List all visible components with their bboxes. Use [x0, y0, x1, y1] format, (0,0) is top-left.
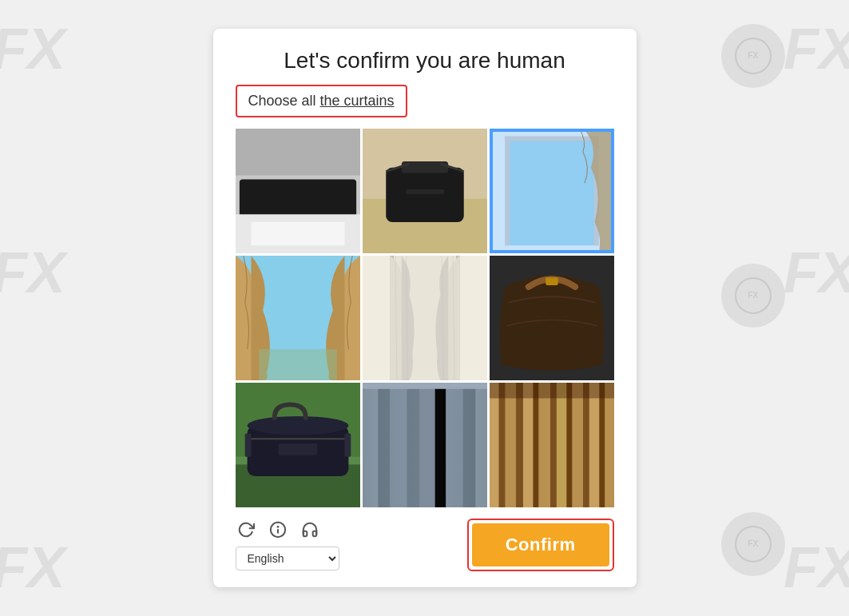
image-grid [236, 129, 614, 507]
audio-button[interactable] [300, 519, 320, 540]
svg-rect-26 [259, 349, 337, 380]
svg-rect-19 [490, 129, 614, 253]
svg-rect-74 [490, 383, 614, 399]
svg-rect-62 [516, 383, 523, 507]
instruction-text: Choose all the curtains [248, 93, 395, 109]
confirm-button[interactable]: Confirm [472, 523, 609, 566]
captcha-footer: English Spanish French German Portuguese… [236, 519, 614, 571]
svg-rect-44 [344, 433, 351, 456]
svg-rect-18 [490, 129, 614, 253]
svg-rect-43 [244, 433, 251, 456]
logo-watermark-tr: FX [721, 24, 785, 88]
svg-rect-66 [550, 383, 557, 507]
grid-cell-3[interactable] [490, 129, 614, 253]
svg-text:FX: FX [748, 291, 759, 300]
svg-rect-61 [505, 383, 516, 507]
svg-rect-36 [546, 277, 558, 285]
watermark-bot-left: FX [0, 535, 65, 600]
svg-rect-71 [589, 383, 599, 507]
svg-rect-57 [363, 383, 487, 389]
captcha-container: Let's confirm you are human Choose all t… [213, 29, 637, 587]
svg-rect-72 [599, 383, 605, 507]
grid-cell-1[interactable] [236, 129, 360, 253]
watermark-top-left: FX [0, 16, 65, 81]
svg-text:FX: FX [748, 539, 759, 548]
footer-icons [236, 519, 339, 540]
grid-cell-8[interactable] [363, 383, 487, 507]
svg-rect-17 [405, 189, 444, 194]
logo-watermark-mr: FX [721, 264, 785, 328]
instruction-box: Choose all the curtains [236, 85, 407, 117]
watermark-mid-left: FX [0, 240, 65, 305]
svg-rect-10 [251, 222, 344, 245]
watermark-top-right: FX [784, 16, 849, 81]
svg-rect-69 [572, 383, 583, 507]
grid-cell-5[interactable] [363, 256, 487, 380]
info-button[interactable] [268, 519, 288, 540]
svg-rect-60 [498, 383, 505, 507]
confirm-button-wrapper: Confirm [467, 519, 614, 571]
language-select[interactable]: English Spanish French German Portuguese [236, 546, 339, 570]
refresh-button[interactable] [236, 519, 256, 540]
grid-cell-7[interactable] [236, 383, 360, 507]
svg-rect-63 [522, 383, 533, 507]
svg-rect-68 [566, 383, 572, 507]
svg-rect-67 [556, 383, 566, 507]
svg-text:FX: FX [748, 51, 759, 60]
grid-cell-9[interactable] [490, 383, 614, 507]
svg-rect-21 [505, 137, 510, 246]
svg-rect-64 [533, 383, 538, 507]
svg-point-4 [736, 527, 771, 562]
svg-rect-70 [583, 383, 589, 507]
captcha-title: Let's confirm you are human [236, 48, 614, 74]
svg-point-41 [247, 416, 348, 435]
svg-point-2 [736, 278, 771, 313]
svg-rect-23 [505, 137, 598, 141]
footer-controls-left: English Spanish French German Portuguese [236, 519, 339, 570]
svg-rect-13 [386, 168, 464, 222]
svg-rect-45 [278, 443, 317, 455]
svg-rect-59 [490, 383, 499, 507]
svg-rect-8 [239, 179, 355, 218]
grid-cell-4[interactable] [236, 256, 360, 380]
svg-rect-65 [538, 383, 550, 507]
instruction-subject: the curtains [320, 93, 395, 109]
svg-rect-22 [593, 137, 598, 246]
svg-point-0 [736, 38, 771, 74]
instruction-prefix: Choose all [248, 93, 320, 109]
logo-watermark-br: FX [721, 512, 785, 576]
svg-rect-73 [605, 383, 614, 507]
watermark-mid-right: FX [784, 240, 849, 305]
grid-cell-6[interactable] [490, 256, 614, 380]
svg-rect-56 [363, 383, 487, 507]
watermark-bot-right: FX [784, 535, 849, 600]
grid-cell-2[interactable] [363, 129, 487, 253]
svg-rect-20 [505, 137, 598, 246]
